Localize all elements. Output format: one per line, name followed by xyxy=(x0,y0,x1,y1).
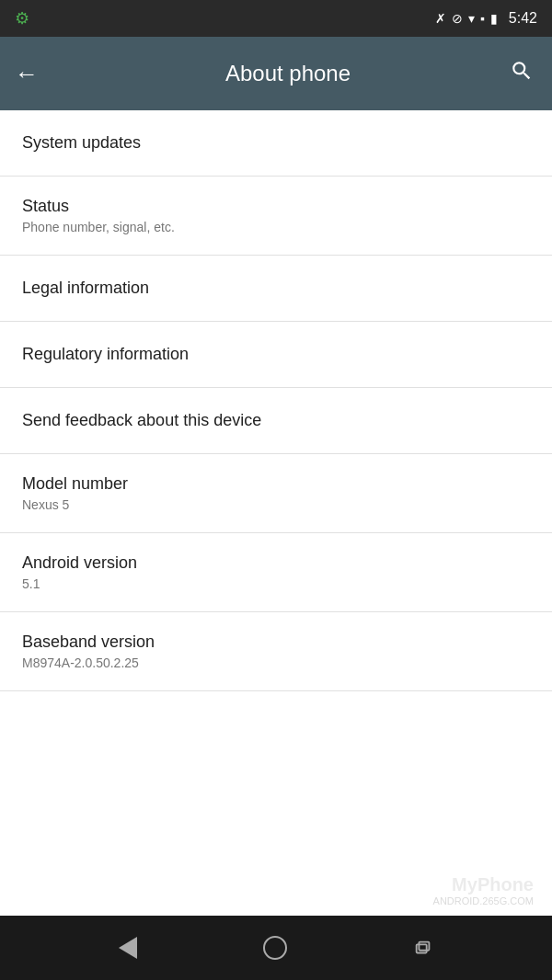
status-title: Status xyxy=(22,197,530,216)
settings-list: System updates Status Phone number, sign… xyxy=(0,110,552,691)
settings-item-regulatory[interactable]: Regulatory information xyxy=(0,322,552,388)
baseband-version-title: Baseband version xyxy=(22,632,530,652)
settings-item-status[interactable]: Status Phone number, signal, etc. xyxy=(0,177,552,256)
settings-item-system-updates[interactable]: System updates xyxy=(0,110,552,177)
home-circle-icon xyxy=(263,936,287,960)
feedback-title: Send feedback about this device xyxy=(22,411,530,430)
status-bar: ⚙ ✗ ⊘ ▾ ▪ ▮ 5:42 xyxy=(0,0,552,37)
system-updates-title: System updates xyxy=(22,133,530,153)
watermark-brand: MyPhone xyxy=(433,874,534,895)
nav-home-button[interactable] xyxy=(263,936,287,960)
wifi-icon: ▾ xyxy=(468,11,475,26)
settings-item-android-version: Android version 5.1 xyxy=(0,533,552,612)
app-bar: ← About phone xyxy=(0,37,552,110)
bluetooth-icon: ✗ xyxy=(435,11,446,26)
status-icons: ✗ ⊘ ▾ ▪ ▮ 5:42 xyxy=(435,10,537,27)
back-triangle-icon xyxy=(119,937,137,959)
model-number-title: Model number xyxy=(22,474,530,494)
android-version-value: 5.1 xyxy=(22,576,530,591)
nav-back-button[interactable] xyxy=(119,937,137,959)
signal-icon: ▪ xyxy=(480,11,485,26)
settings-item-baseband-version: Baseband version M8974A-2.0.50.2.25 xyxy=(0,612,552,691)
legal-title: Legal information xyxy=(22,279,530,298)
back-button[interactable]: ← xyxy=(15,62,39,85)
svg-rect-1 xyxy=(420,942,430,951)
watermark-url: ANDROID.265G.COM xyxy=(433,895,534,906)
nav-bar xyxy=(0,916,552,980)
settings-item-legal[interactable]: Legal information xyxy=(0,256,552,322)
android-icon: ⚙ xyxy=(15,8,29,28)
android-version-title: Android version xyxy=(22,553,530,573)
android-logo: ⚙ xyxy=(15,8,29,28)
settings-item-model-number: Model number Nexus 5 xyxy=(0,454,552,533)
baseband-version-value: M8974A-2.0.50.2.25 xyxy=(22,655,530,670)
blocked-icon: ⊘ xyxy=(452,11,463,26)
nav-recents-button[interactable] xyxy=(413,938,433,958)
search-button[interactable] xyxy=(510,59,534,88)
status-time: 5:42 xyxy=(509,10,537,27)
battery-icon: ▮ xyxy=(490,11,498,26)
status-subtitle: Phone number, signal, etc. xyxy=(22,220,530,234)
watermark: MyPhone ANDROID.265G.COM xyxy=(433,874,534,906)
regulatory-title: Regulatory information xyxy=(22,345,530,364)
svg-rect-0 xyxy=(417,944,427,952)
page-title: About phone xyxy=(75,61,500,86)
settings-item-feedback[interactable]: Send feedback about this device xyxy=(0,388,552,454)
model-number-value: Nexus 5 xyxy=(22,497,530,512)
